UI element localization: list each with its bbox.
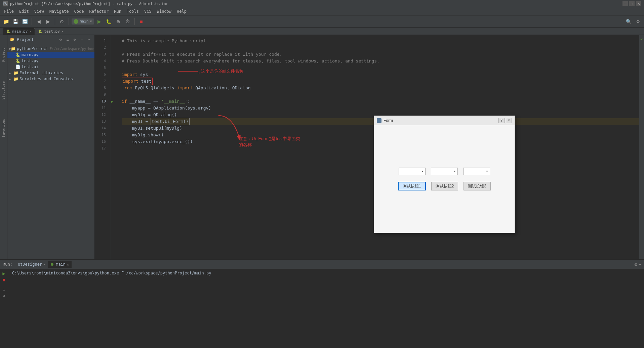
code-line-7: import test [122, 78, 640, 85]
settings-btn[interactable]: ⚙ [634, 17, 642, 26]
menu-window[interactable]: Window [154, 8, 174, 15]
window-title: pythonProject [F:/xc/workspace/pythonPro… [10, 2, 168, 6]
code-content: 1 2 3 4 5 6 7 8 9 10 11 12 13 14 15 16 1… [95, 35, 644, 259]
qt-dropdown-2[interactable]: ▼ [431, 168, 458, 175]
menu-file[interactable]: File [1, 8, 16, 15]
run-tab-main[interactable]: main ✕ [48, 261, 72, 268]
code-line-4: # Press Double Shift to search everywher… [122, 58, 640, 64]
sidebar-settings-btn[interactable]: ⚙ [57, 37, 64, 43]
git-btn[interactable]: ⊙ [58, 17, 66, 26]
menu-code[interactable]: Code [72, 8, 87, 15]
minimize-button[interactable]: ─ [622, 1, 628, 6]
qt-btn-1[interactable]: 测试按钮1 [398, 182, 426, 190]
separator-1 [32, 18, 32, 25]
qt-btn-2[interactable]: 测试按钮2 [431, 182, 458, 190]
code-15: myDlg.show() [122, 132, 164, 138]
tree-item-main-py[interactable]: 🐍 main.py [7, 52, 94, 58]
menu-vcs[interactable]: VCS [142, 8, 154, 15]
menu-navigate[interactable]: Navigate [47, 8, 72, 15]
sidebar-gear-btn[interactable]: ⋯ [86, 37, 92, 43]
qtdesigner-tab-label: QtDesigner [18, 262, 42, 267]
menu-edit[interactable]: Edit [16, 8, 32, 15]
sidebar-collapse-btn[interactable]: − [79, 37, 85, 43]
gutter: ▶ [111, 35, 118, 259]
tree-item-python-project[interactable]: ▼ 📁 pythonProject F:/xc/workspace/python… [7, 46, 94, 52]
run-controls-sidebar: ▶ ■ ↓ ⊘ [0, 269, 8, 348]
coverage-button[interactable]: ⊕ [114, 17, 122, 26]
run-tab-qtdesigner[interactable]: QtDesigner ✕ [15, 261, 48, 268]
scratches-label: Scratches and Consoles [19, 77, 73, 81]
qt-dialog-content: ▼ ▼ ▼ 测试按钮1 [381, 132, 508, 226]
profile-button[interactable]: ⏱ [124, 17, 132, 26]
ln-12: 12 [95, 112, 108, 118]
sidebar-sort-btn[interactable]: ≡ [65, 37, 71, 43]
tab-main-close[interactable]: ✕ [29, 30, 31, 33]
code-line-11: myapp = QApplication(sys.argv) [122, 105, 640, 112]
side-tab-project[interactable]: Project [1, 45, 6, 64]
maximize-button[interactable]: □ [629, 1, 635, 6]
menu-refactor[interactable]: Refactor [86, 8, 111, 15]
menu-help[interactable]: Help [174, 8, 189, 15]
sidebar-expand-btn[interactable]: ⊕ [72, 37, 78, 43]
code-comment-4: # Press Double Shift to search everywher… [122, 58, 379, 64]
folder-icon-project: 📁 [11, 46, 16, 51]
qt-dialog-close-btn[interactable]: ✕ [506, 118, 512, 123]
tree-item-scratches[interactable]: ▶ 📁 Scratches and Consoles [7, 76, 94, 82]
stop-button[interactable]: ■ [137, 17, 146, 26]
close-button[interactable]: ✕ [636, 1, 641, 6]
qt-dropdown-3[interactable]: ▼ [463, 168, 490, 175]
tree-item-ext-libs[interactable]: ▶ 📁 External Libraries [7, 70, 94, 76]
gutter-7 [111, 78, 118, 85]
qt-dialog[interactable]: Form ? ✕ ▼ [374, 116, 515, 233]
kw-import-7: import [123, 79, 138, 84]
hide-panel-icon[interactable]: − [639, 262, 641, 267]
ext-libs-arrow: ▶ [9, 71, 13, 75]
menubar: File Edit View Navigate Code Refactor Ru… [0, 7, 644, 15]
tab-test-py[interactable]: 🐍 test.py ✕ [35, 28, 67, 35]
main-tab-close[interactable]: ✕ [67, 263, 69, 266]
window-controls[interactable]: ─ □ ✕ [622, 1, 641, 6]
sidebar-tree: ▼ 📁 pythonProject F:/xc/workspace/python… [7, 44, 94, 259]
side-tab-favorites[interactable]: Favorites [1, 116, 6, 140]
gutter-6 [111, 71, 118, 78]
import-test-highlight: import test [122, 78, 153, 85]
tree-item-test-py[interactable]: 🐍 test.py [7, 58, 94, 64]
qtdesigner-tab-close[interactable]: ✕ [43, 262, 45, 266]
ln-9: 9 [95, 91, 108, 98]
ln-15: 15 [95, 132, 108, 138]
qt-dialog-controls: ? ✕ [498, 118, 512, 123]
clear-console-icon[interactable]: ⊘ [3, 294, 5, 298]
run-again-icon[interactable]: ▶ [2, 271, 5, 276]
scroll-to-end-icon[interactable]: ↓ [2, 287, 5, 292]
settings-gear-icon[interactable]: ⚙ [634, 262, 637, 267]
tab-main-py[interactable]: 🐍 main.py ✕ [3, 28, 35, 35]
back-btn[interactable]: ◀ [35, 17, 43, 26]
menu-run[interactable]: Run [111, 8, 124, 15]
code-line-8: from PyQt5.QtWidgets import QApplication… [122, 85, 640, 91]
editor-area: 1 2 3 4 5 6 7 8 9 10 11 12 13 14 15 16 1… [95, 35, 644, 259]
run-config-group[interactable]: main ▼ [72, 18, 94, 25]
side-tab-structure[interactable]: Structure [1, 79, 6, 102]
menu-view[interactable]: View [32, 8, 47, 15]
code-13-form: test.Ui_Form() [152, 119, 189, 124]
gutter-10[interactable]: ▶ [111, 98, 118, 105]
sync-btn[interactable]: 🔄 [21, 17, 29, 26]
ln-14: 14 [95, 125, 108, 132]
qt-dialog-help-btn[interactable]: ? [498, 118, 505, 123]
qt-dropdown-1-arrow: ▼ [421, 170, 424, 173]
stop-run-icon[interactable]: ■ [3, 277, 5, 282]
search-btn[interactable]: 🔍 [625, 17, 633, 26]
forward-btn[interactable]: ▶ [44, 17, 52, 26]
qt-dropdowns-row: ▼ ▼ ▼ [399, 168, 490, 175]
save-all-btn[interactable]: 💾 [11, 17, 19, 26]
qt-btn-3[interactable]: 测试按钮3 [464, 182, 491, 190]
debug-button[interactable]: 🐛 [105, 17, 113, 26]
run-gutter-icon[interactable]: ▶ [111, 99, 113, 104]
menu-tools[interactable]: Tools [124, 8, 142, 15]
tree-item-test-ui[interactable]: 📄 test.ui [7, 64, 94, 70]
project-icon-btn[interactable]: 📁 [2, 17, 10, 26]
run-button[interactable]: ▶ [95, 17, 104, 26]
bottom-panel-tabs: Run: QtDesigner ✕ main ✕ ⚙ − [0, 259, 644, 269]
tab-test-close[interactable]: ✕ [62, 30, 64, 33]
qt-dropdown-1[interactable]: ▼ [399, 168, 426, 175]
